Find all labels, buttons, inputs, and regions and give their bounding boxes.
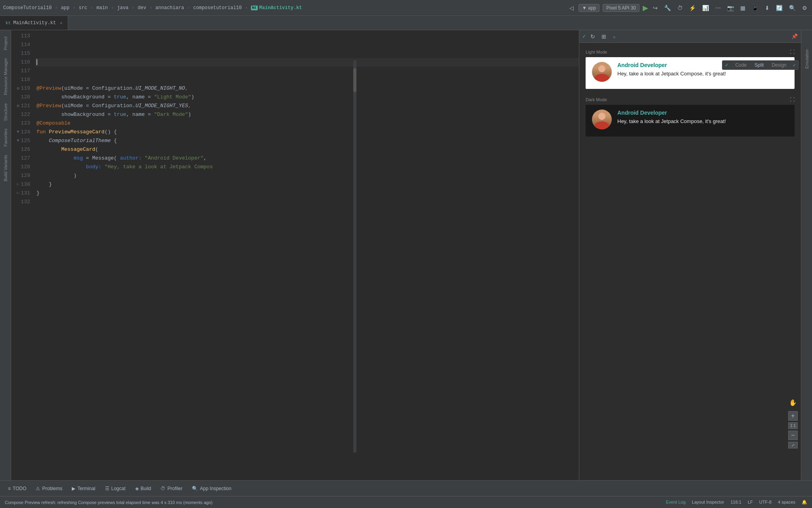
notifications-icon[interactable]: 🔔 — [802, 500, 807, 505]
avd-button[interactable]: 📱 — [750, 4, 760, 12]
split-view-button[interactable]: Split — [751, 61, 768, 69]
profiler-icon: ⏱ — [161, 486, 165, 491]
dark-mode-section: Dark Mode ⛶ Android Developer Hey, take … — [586, 97, 795, 137]
fold-130[interactable]: ▷ — [17, 180, 19, 189]
preview-expand-icon-light[interactable]: ⛶ — [790, 49, 795, 55]
zoom-reset-button[interactable]: 1:1 — [788, 422, 798, 429]
code-view-button[interactable]: Code — [731, 61, 751, 69]
fold-125[interactable]: ▼ — [17, 137, 19, 145]
left-sidebar: Project Resource Manager Structure Favor… — [0, 30, 11, 480]
fit-screen-button[interactable]: ⤢ — [788, 442, 798, 448]
code-line-119: @Preview(uiMode = Configuration.UI_MODE_… — [35, 84, 579, 93]
scrollbar-thumb[interactable] — [353, 68, 356, 92]
breadcrumb-app[interactable]: app — [61, 5, 70, 11]
bottom-toolbar: ≡ TODO ⚠ Problems ▶ Terminal ☰ Logcat ◈ … — [0, 480, 812, 496]
breadcrumb-java[interactable]: java — [117, 5, 128, 11]
layout-inspector-link[interactable]: Layout Inspector — [692, 500, 724, 505]
profiler-tab[interactable]: ⏱ Profiler — [156, 481, 187, 496]
ln-129: 129 — [21, 171, 30, 180]
terminal-label: Terminal — [77, 486, 95, 491]
tab-bar: kt MainActivity.kt ✕ — [0, 16, 812, 30]
code-content[interactable]: @Preview(uiMode = Configuration.UI_MODE_… — [35, 30, 579, 480]
code-area: 113 114 115 116 117 118 ⚙ 119 120 ⚙ 121 — [11, 30, 579, 480]
tab-mainactivity[interactable]: kt MainActivity.kt ✕ — [0, 16, 68, 30]
ln-124: 124 — [21, 128, 30, 137]
coverage-button[interactable]: 📊 — [701, 4, 710, 12]
sep8: › — [245, 5, 248, 11]
pin-button[interactable]: 📌 — [791, 33, 798, 39]
gear-icon-121[interactable]: ⚙ — [17, 102, 19, 110]
design-view-button[interactable]: Design — [768, 61, 790, 69]
run-button[interactable]: ▶ — [643, 4, 648, 12]
sync-button[interactable]: 🔄 — [774, 4, 784, 12]
ln-117: 117 — [21, 67, 30, 75]
sdk-button[interactable]: ⬇ — [763, 4, 771, 12]
fold-131[interactable]: ▷ — [17, 189, 19, 198]
sidebar-structure[interactable]: Structure — [2, 100, 9, 124]
tab-close-button[interactable]: ✕ — [60, 21, 62, 25]
search-button[interactable]: 🔍 — [787, 4, 797, 12]
emulation-label[interactable]: Emulation — [804, 46, 810, 72]
sidebar-project[interactable]: Project — [2, 33, 9, 53]
indent[interactable]: 4 spaces — [778, 500, 795, 505]
build-icon: ◈ — [135, 486, 139, 491]
refresh-preview-button[interactable]: ↻ — [589, 33, 597, 40]
terminal-tab[interactable]: ▶ Terminal — [67, 481, 100, 496]
code-line-122: showBackground = true, name = "Dark Mode… — [35, 110, 579, 119]
editor-scrollbar[interactable] — [353, 60, 356, 452]
ln-116: 116 — [21, 58, 30, 67]
app-inspection-tab[interactable]: 🔍 App Inspection — [187, 481, 236, 496]
encoding[interactable]: UTF-8 — [759, 500, 772, 505]
layers-button[interactable]: ⬦ — [611, 33, 617, 40]
breadcrumb-src[interactable]: src — [79, 5, 87, 11]
build-label: Build — [141, 486, 151, 491]
light-mode-text: Light Mode — [586, 50, 607, 54]
sidebar-favorites[interactable]: Favorites — [2, 125, 9, 150]
fold-124[interactable]: ▼ — [17, 128, 19, 137]
sidebar-resource-manager[interactable]: Resource Manager — [2, 55, 9, 98]
build-tab[interactable]: ◈ Build — [130, 481, 156, 496]
line-ending[interactable]: LF — [748, 500, 753, 505]
problems-label: Problems — [42, 486, 62, 491]
breadcrumb-annachiara[interactable]: annachiara — [155, 5, 184, 11]
grid-view-button[interactable]: ⊞ — [600, 33, 608, 40]
step-over-button[interactable]: ↪ — [651, 4, 659, 12]
code-line-127: msg = Message( author: "Android Develope… — [35, 154, 579, 163]
app-selector[interactable]: ▼ app — [578, 4, 599, 12]
logcat-tab[interactable]: ☰ Logcat — [100, 481, 130, 496]
breadcrumb-dev[interactable]: dev — [138, 5, 146, 11]
breadcrumb-tutorial[interactable]: composetutorial10 — [193, 5, 241, 11]
attach-button[interactable]: ⚡ — [688, 4, 697, 12]
sidebar-build-variants[interactable]: Build Variants — [2, 152, 9, 185]
code-editor[interactable]: 113 114 115 116 117 118 ⚙ 119 120 ⚙ 121 — [11, 30, 579, 480]
app-inspection-label: App Inspection — [200, 486, 231, 491]
problems-tab[interactable]: ⚠ Problems — [31, 481, 67, 496]
dark-mode-label: Dark Mode ⛶ — [586, 97, 795, 102]
gear-icon-119[interactable]: ⚙ — [17, 84, 19, 93]
ln-131: 131 — [21, 189, 30, 198]
sep6: › — [149, 5, 152, 11]
breadcrumb-project[interactable]: ComposeTutorial10 — [3, 5, 52, 11]
breadcrumb-main[interactable]: main — [96, 5, 108, 11]
event-log-link[interactable]: Event Log — [666, 500, 686, 505]
preview-expand-icon-dark[interactable]: ⛶ — [790, 97, 795, 102]
position: 116:1 — [730, 500, 741, 505]
capture-button[interactable]: 📷 — [726, 4, 735, 12]
code-line-124: fun PreviewMessageCard() { — [35, 128, 579, 137]
layout-inspector-button[interactable]: ▦ — [739, 4, 747, 12]
ln-132: 132 — [21, 198, 30, 206]
todo-label: TODO — [13, 486, 26, 491]
logcat-label: Logcat — [111, 486, 126, 491]
zoom-out-button[interactable]: − — [788, 431, 798, 440]
profile-button[interactable]: ⏱ — [676, 4, 684, 12]
hand-tool-button[interactable]: ✋ — [788, 398, 798, 407]
zoom-in-button[interactable]: + — [788, 411, 798, 421]
preview-content[interactable]: Light Mode ⛶ Android Developer Hey, take… — [579, 43, 801, 480]
todo-tab[interactable]: ≡ TODO — [3, 481, 31, 496]
code-line-121: @Preview(uiMode = Configuration.UI_MODE_… — [35, 102, 579, 110]
settings-button[interactable]: ⚙ — [801, 4, 809, 12]
more-button[interactable]: ⋯ — [714, 4, 722, 12]
back-button[interactable]: ◁ — [568, 4, 575, 12]
debug-button[interactable]: 🔧 — [663, 4, 672, 12]
device-selector[interactable]: Pixel 5 API 30 — [603, 4, 640, 12]
